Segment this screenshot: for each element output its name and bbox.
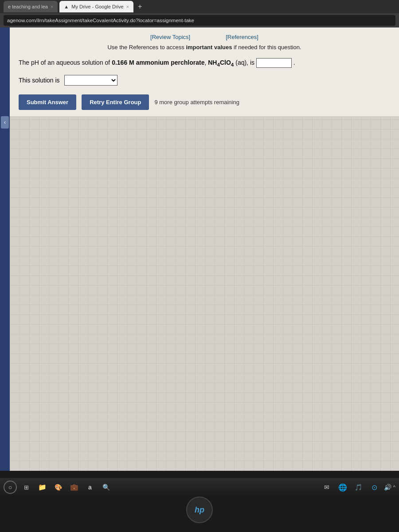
left-sidebar: ‹ — [0, 27, 10, 471]
volume-icon[interactable]: 🔊 — [384, 484, 391, 491]
solution-row: This solution is acidic basic neutral — [19, 75, 390, 86]
address-bar-row: agenow.com/ilrn/takeAssignment/takeCoval… — [0, 13, 399, 27]
briefcase-glyph: 💼 — [70, 483, 78, 491]
submit-answer-button[interactable]: Submit Answer — [19, 94, 76, 110]
tab-teaching-label: e teaching and lea — [8, 4, 48, 9]
main-content: [Review Topics] [References] Use the Ref… — [10, 27, 399, 471]
paint-glyph: 🎨 — [55, 484, 62, 491]
briefcase-icon[interactable]: 💼 — [67, 481, 81, 494]
content-panel: [Review Topics] [References] Use the Ref… — [10, 27, 399, 116]
file-explorer-icon[interactable]: 📁 — [35, 481, 49, 494]
retry-group-button[interactable]: Retry Entire Group — [82, 94, 149, 110]
browser-window: ‹ [Review Topics] [References] Use the R… — [0, 27, 399, 471]
start-icon: ○ — [8, 484, 12, 491]
browser-glyph: 🌐 — [338, 483, 347, 492]
links-row: [Review Topics] [References] — [19, 34, 390, 40]
mail-icon[interactable]: ✉ — [320, 481, 333, 494]
chevron-up-icon[interactable]: ^ — [393, 485, 395, 490]
address-bar[interactable]: agenow.com/ilrn/takeAssignment/takeCoval… — [4, 15, 395, 26]
taskbar-right: 🔊 ^ — [384, 484, 395, 491]
browser-chrome: e teaching and lea × ▲ My Drive - Google… — [0, 0, 399, 27]
taskbar: ○ ⊞ 📁 🎨 💼 a 🔍 ✉ 🌐 🎵 ⊙ 🔊 ^ — [0, 478, 399, 497]
start-button[interactable]: ○ — [4, 481, 17, 494]
paint-icon[interactable]: 🎨 — [51, 481, 65, 494]
mail-glyph: ✉ — [324, 484, 329, 491]
instructions-text: Use the References to access important v… — [19, 44, 390, 51]
folder-icon: 📁 — [38, 483, 47, 491]
text-icon[interactable]: a — [83, 481, 97, 494]
question-text: The pH of an aqueous solution of 0.166 M… — [19, 58, 390, 69]
settings-glyph: ⊙ — [372, 483, 377, 492]
button-row: Submit Answer Retry Entire Group 9 more … — [19, 94, 390, 110]
googledrive-icon: ▲ — [64, 4, 69, 9]
ph-answer-input[interactable] — [256, 58, 292, 68]
tab-googledrive[interactable]: ▲ My Drive - Google Drive × — [59, 1, 133, 12]
chevron-left-icon: ‹ — [4, 119, 6, 125]
taskmanager-icon[interactable]: ⊞ — [20, 481, 33, 494]
tab-teaching-close[interactable]: × — [51, 4, 53, 9]
search-glyph: 🔍 — [102, 484, 110, 491]
search-icon[interactable]: 🔍 — [99, 481, 113, 494]
taskmanager-glyph: ⊞ — [24, 484, 29, 491]
sidebar-collapse-button[interactable]: ‹ — [1, 116, 9, 129]
url-text: agenow.com/ilrn/takeAssignment/takeCoval… — [7, 18, 194, 23]
tab-googledrive-close[interactable]: × — [126, 4, 129, 9]
review-topics-link[interactable]: [Review Topics] — [150, 34, 190, 40]
new-tab-button[interactable]: + — [135, 3, 145, 11]
music-icon[interactable]: 🎵 — [352, 481, 365, 494]
solution-type-select[interactable]: acidic basic neutral — [64, 75, 117, 86]
settings-icon[interactable]: ⊙ — [368, 481, 381, 494]
hp-text: hp — [195, 505, 204, 515]
tab-bar: e teaching and lea × ▲ My Drive - Google… — [0, 0, 399, 13]
music-glyph: 🎵 — [355, 484, 362, 491]
browser-icon[interactable]: 🌐 — [336, 481, 349, 494]
references-link[interactable]: [References] — [226, 34, 258, 40]
text-glyph: a — [88, 484, 92, 491]
solution-label: This solution is — [19, 77, 60, 84]
tab-teaching[interactable]: e teaching and lea × — [4, 1, 58, 12]
tab-googledrive-label: My Drive - Google Drive — [71, 4, 123, 9]
hp-logo: hp — [186, 497, 213, 523]
attempts-remaining-text: 9 more group attempts remaining — [154, 99, 239, 106]
